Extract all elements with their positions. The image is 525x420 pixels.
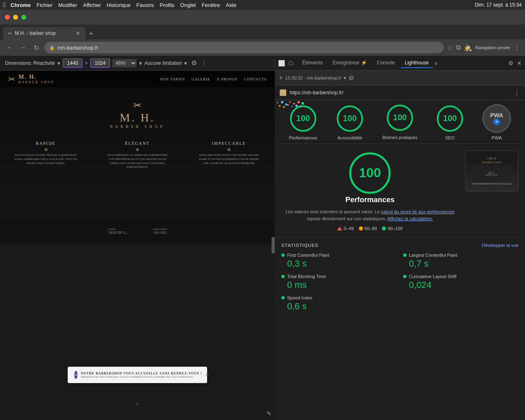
zoom-select[interactable]: 46% 50% 100% (112, 59, 137, 67)
website-preview: ✂ M. H. BARBER SHOP NOS TARIFS GALERIE À… (0, 71, 275, 420)
menubar-favoris[interactable]: Favoris (137, 2, 154, 8)
stat-lcp: Largest Contentful Paint 0,7 s (403, 253, 518, 269)
more-options-icon[interactable]: ⋮ (201, 59, 208, 67)
dt-dropdown-icon[interactable]: ▾ (344, 75, 346, 81)
hero-scissors-icon: ✂ (133, 100, 142, 111)
viewport-controls: Dimensions: Réactivité ▾ × 46% 50% 100% … (0, 59, 275, 68)
private-label: Navigation privée (475, 45, 510, 50)
menu-icon[interactable]: ⋮ (514, 44, 520, 52)
limitation-label: Aucune limitation (144, 60, 182, 66)
device-toolbar-icon[interactable]: ⬜ (278, 60, 285, 66)
score-pwa-label: PWA (482, 135, 511, 140)
devtools-panel-icons: ⚙ ✕ (508, 60, 525, 66)
edit-icon[interactable]: ✎ (267, 410, 272, 417)
dt-reload-icon[interactable]: ⊘ (349, 74, 354, 82)
maximize-button[interactable] (21, 15, 26, 20)
resize-handle[interactable] (272, 237, 275, 253)
dim-label: Dimensions: Réactivité (5, 60, 55, 66)
nav-contacts[interactable]: CONTACTS (244, 77, 267, 81)
barber-nav: ✂ M. H. BARBER SHOP NOS TARIFS GALERIE À… (0, 71, 275, 87)
score-bonnes-pratiques-circle: 100 (386, 103, 414, 132)
settings-icon[interactable]: ⚙ (508, 60, 514, 66)
new-tab-button[interactable]: + (85, 28, 97, 39)
stat-lcp-label: Largest Contentful Paint (403, 253, 518, 258)
tab-close-button[interactable]: ✕ (75, 30, 80, 37)
footer-address: ADRE... 3 RUE DU G... (108, 228, 128, 235)
bookmark-icon[interactable]: ☆ (447, 44, 453, 52)
menubar-onglet[interactable]: Onglet (180, 2, 196, 8)
menubar-chrome[interactable]: Chrome (11, 2, 31, 8)
stat-si-label: Speed Index (281, 295, 397, 300)
back-button[interactable]: ← (5, 44, 15, 51)
forward-button[interactable]: → (18, 44, 28, 51)
stat-si-value: 0,6 s (287, 301, 397, 312)
stats-expand-button[interactable]: Développer la vue (482, 243, 518, 248)
apple-menu[interactable]:  (3, 1, 6, 9)
tab-search-icon[interactable]: ⧉ (456, 44, 461, 51)
score-performances-label: Performances (289, 135, 317, 140)
minimize-button[interactable] (13, 15, 18, 20)
feature-rapide: RAPIDE ⊕ NOUS FAISONS NOTRE TRAVAIL RAPI… (13, 141, 79, 169)
tab-elements[interactable]: Éléments (298, 58, 327, 68)
close-devtools-icon[interactable]: ✕ (517, 60, 522, 66)
dt-favicon: ✂ (280, 89, 286, 96)
active-tab[interactable]: ✂ M.H. - barber shop ✕ (3, 27, 85, 39)
lh-statistics: STATISTIQUES Développer la vue First Con… (275, 237, 525, 420)
perf-desc-link2[interactable]: Affichez la calculatrice. (387, 216, 433, 221)
add-icon[interactable]: + (279, 74, 283, 82)
score-seo-circle: 100 (436, 104, 464, 133)
dt-more-icon[interactable]: ⋮ (514, 89, 520, 96)
perf-desc-part1: Les valeurs sont estimées et peuvent var… (285, 209, 380, 214)
url-bar[interactable]: 🔒 mh-barbershop.fr (44, 42, 444, 53)
nav-galerie[interactable]: GALERIE (192, 77, 210, 81)
score-pwa: PWA + PWA (482, 104, 511, 140)
inspect-icon[interactable]: ⬡ (288, 60, 293, 66)
lh-screenshot: ✂ M. H. BARBER SHOP M. H. BARBER SHOP NO… (465, 151, 518, 192)
feature-elegant: ÉLÉGANT ⊕ NOUS PRENONS LE TEMPS DE COMPR… (105, 141, 170, 169)
feature-rapide-desc: NOUS FAISONS NOTRE TRAVAIL RAPIDEMENT SA… (13, 153, 79, 165)
menubar-afficher[interactable]: Afficher (83, 2, 101, 8)
stat-tbt-value: 0 ms (287, 280, 397, 290)
stats-header: STATISTIQUES Développer la vue (281, 243, 518, 248)
dim-dropdown-icon[interactable]: ▾ (57, 60, 60, 66)
stats-grid: First Contentful Paint 0,3 s Largest Con… (281, 253, 518, 312)
zoom-dropdown-icon[interactable]: ▾ (139, 60, 142, 66)
pwa-text: PWA (490, 112, 503, 119)
menubar-historique[interactable]: Historique (107, 2, 131, 8)
dt-site-url: https://mh-barbershop.fr/ (290, 90, 510, 96)
stat-tbt: Total Blocking Time 0 ms (281, 274, 397, 290)
tab-lighthouse[interactable]: Lighthouse (401, 58, 433, 68)
more-tabs-icon[interactable]: » (434, 60, 438, 66)
menubar-fichier[interactable]: Fichier (37, 2, 52, 8)
menubar-fenetre[interactable]: Fenêtre (202, 2, 220, 8)
stat-fcp-label: First Contentful Paint (281, 253, 397, 258)
addressbar: ← → ↻ 🔒 mh-barbershop.fr ☆ ⧉ 🕵 Navigatio… (0, 39, 525, 56)
lh-perf-title: Performances (281, 196, 459, 204)
perf-desc-part2: repose directement sur ces statistiques. (307, 216, 386, 221)
notif-close-button[interactable]: ✕ (205, 372, 209, 378)
score-bonnes-pratiques-label: Bonnes pratiques (382, 135, 418, 140)
close-button[interactable] (5, 15, 10, 20)
notif-icon: ✂ (74, 371, 78, 379)
menubar-aide[interactable]: Aide (226, 2, 236, 8)
menubar-profils[interactable]: Profils (160, 2, 174, 8)
tab-recorder[interactable]: Enregistreur ⚡ (329, 58, 371, 68)
perf-desc-link1[interactable]: calcul du score lié aux performances (381, 209, 454, 214)
score-seo: 100 SEO (436, 104, 464, 140)
score-accessibilite-label: Accessibilité (336, 135, 364, 140)
notif-title: NOTRE BARBERSHOP VOUS ACCUEILLE SANS REN… (81, 372, 202, 375)
height-input[interactable] (90, 59, 110, 68)
refresh-button[interactable]: ↻ (31, 44, 41, 52)
tab-console[interactable]: Console (373, 58, 399, 68)
private-mode-icon: 🕵 (464, 44, 472, 52)
width-input[interactable] (63, 59, 82, 68)
nav-tarifs[interactable]: NOS TARIFS (160, 77, 185, 81)
menubar-modifier[interactable]: Modifier (58, 2, 77, 8)
nav-apropos[interactable]: À PROPOS (217, 77, 237, 81)
main-content: ✂ M. H. BARBER SHOP NOS TARIFS GALERIE À… (0, 71, 525, 420)
network-throttle-icon[interactable]: ⚙ (191, 59, 197, 67)
limitation-dropdown-icon[interactable]: ▾ (184, 60, 187, 66)
titlebar (0, 10, 525, 25)
legend-90-100: 90–100 (382, 226, 403, 231)
feature-impeccable-icon: ⊕ (196, 147, 262, 152)
